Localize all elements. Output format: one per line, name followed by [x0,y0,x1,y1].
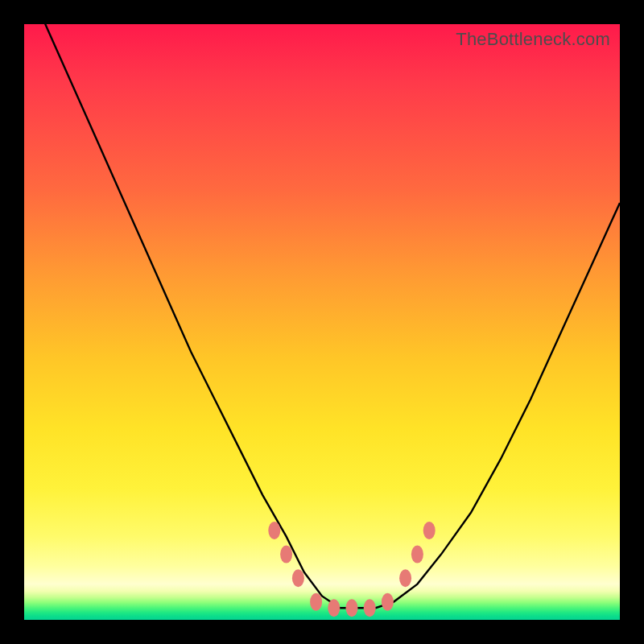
curve-marker [411,546,423,564]
curve-marker [423,522,436,539]
curve-marker [310,593,322,611]
curve-marker [268,522,280,539]
curve-markers [268,522,435,617]
curve-marker [364,599,376,617]
curve-marker [399,569,411,587]
chart-frame: TheBottleneck.com [0,0,644,644]
plot-area: TheBottleneck.com [24,24,620,620]
curve-marker [382,593,394,611]
watermark-text: TheBottleneck.com [456,29,610,50]
curve-marker [328,599,340,617]
bottleneck-curve [24,24,620,620]
curve-path [24,24,620,608]
curve-marker [292,569,304,587]
curve-marker [280,546,292,564]
curve-marker [346,599,358,617]
